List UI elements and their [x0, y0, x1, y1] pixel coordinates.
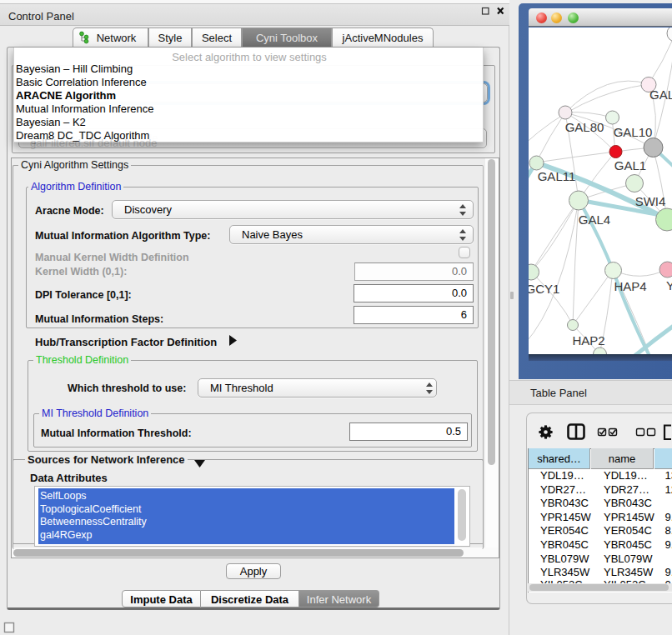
svg-text:GAL11: GAL11 [538, 169, 576, 183]
svg-text:SWI4: SWI4 [635, 194, 666, 208]
svg-text:GCY1: GCY1 [529, 282, 559, 296]
svg-text:GAL80: GAL80 [565, 120, 604, 134]
svg-text:GAL4: GAL4 [579, 212, 610, 227]
svg-text:Y: Y [666, 278, 672, 292]
svg-text:HAP4: HAP4 [614, 279, 646, 293]
svg-text:GAL2: GAL2 [649, 88, 672, 102]
svg-text:GAL1: GAL1 [614, 158, 646, 172]
svg-text:GAL10: GAL10 [614, 125, 653, 139]
svg-text:HAP2: HAP2 [572, 333, 604, 348]
